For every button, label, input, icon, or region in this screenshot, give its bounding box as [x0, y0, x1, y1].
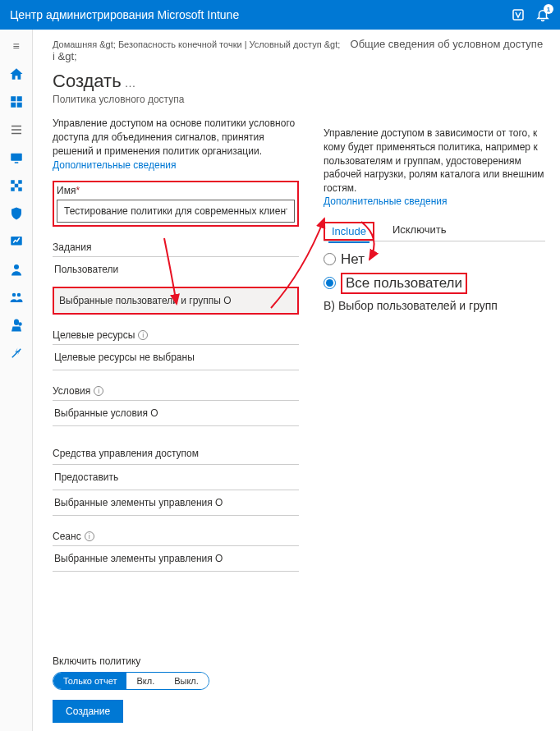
bell-icon[interactable]: 1 — [535, 7, 550, 22]
left-more-link[interactable]: Дополнительные сведения — [53, 159, 299, 171]
more-menu-icon[interactable]: … — [125, 76, 136, 90]
svg-rect-12 — [11, 187, 15, 191]
targets-value[interactable]: Целевые ресурсы не выбраны — [53, 344, 299, 370]
svg-rect-8 — [11, 154, 22, 161]
name-label: Имя* — [57, 185, 295, 196]
main-content: Домашняя &gt; Безопасность конечной точк… — [33, 30, 560, 731]
left-column: Создать … Политика условного доступа Упр… — [53, 71, 299, 639]
right-column: Управление доступом в зависимости от тог… — [324, 71, 545, 639]
users-header[interactable]: Пользователи — [53, 256, 299, 282]
svg-point-18 — [16, 293, 21, 297]
info-icon: i — [85, 531, 94, 541]
svg-rect-10 — [11, 180, 15, 184]
session-header[interactable]: Сеансi — [53, 531, 299, 542]
left-description: Управление доступом на основе политики у… — [53, 117, 299, 158]
sidebar-user-icon[interactable] — [7, 260, 26, 279]
page-title: Создать — [53, 71, 122, 92]
sidebar-home-icon[interactable] — [7, 64, 26, 84]
grant-header[interactable]: Предоставить — [53, 464, 299, 490]
svg-rect-9 — [14, 162, 18, 163]
right-more-link[interactable]: Дополнительные сведения — [324, 195, 545, 207]
info-icon: i — [94, 386, 103, 396]
access-controls-header: Средства управления доступом — [53, 448, 299, 459]
session-value[interactable]: Выбранные элементы управления O — [53, 545, 299, 572]
footer: Включить политику Только отчет Вкл. Выкл… — [53, 639, 545, 723]
copilot-icon[interactable] — [511, 7, 526, 22]
assignments-header: Задания — [53, 241, 299, 253]
toggle-on[interactable]: Вкл. — [126, 673, 164, 689]
sidebar-tenant-icon[interactable] — [7, 315, 26, 335]
svg-rect-1 — [11, 96, 16, 101]
right-description: Управление доступом в зависимости от тог… — [324, 126, 545, 195]
svg-point-17 — [11, 293, 16, 297]
breadcrumb-path1[interactable]: Безопасность конечной точки | Условный д… — [118, 39, 340, 49]
include-exclude-tabs: Include Исключить — [324, 218, 545, 241]
svg-rect-14 — [14, 184, 18, 188]
name-input[interactable] — [57, 200, 295, 223]
sidebar-apps-icon[interactable] — [7, 176, 26, 195]
sidebar-reports-icon[interactable] — [7, 232, 26, 251]
radio-all-users[interactable]: Все пользователи — [324, 273, 545, 294]
conditions-header[interactable]: Условияi — [53, 385, 299, 397]
sidebar-dashboard-icon[interactable] — [7, 92, 26, 112]
sidebar-list-icon[interactable] — [7, 120, 26, 140]
svg-rect-4 — [16, 103, 21, 108]
svg-point-19 — [18, 322, 22, 326]
info-icon: i — [138, 330, 148, 340]
svg-rect-3 — [11, 103, 16, 108]
sidebar-shield-icon[interactable] — [7, 204, 26, 223]
svg-point-16 — [14, 264, 19, 269]
sidebar: ≡ — [0, 30, 33, 731]
targets-header[interactable]: Целевые ресурсыi — [53, 329, 299, 341]
tab-exclude[interactable]: Исключить — [389, 218, 450, 241]
page-subtitle: Политика условного доступа — [53, 94, 299, 105]
hamburger-icon[interactable]: ≡ — [9, 36, 22, 56]
radio-none[interactable]: Нет — [324, 251, 545, 268]
notification-badge: 1 — [544, 4, 553, 14]
header-actions: 1 — [511, 7, 550, 22]
radio-select-users[interactable]: B) Выбор пользователей и групп — [324, 299, 545, 312]
create-button[interactable]: Создание — [53, 700, 123, 723]
toggle-off[interactable]: Выкл. — [164, 673, 209, 689]
tab-include[interactable]: Include — [328, 220, 370, 243]
svg-rect-2 — [16, 96, 21, 101]
breadcrumb: Домашняя &gt; Безопасность конечной точк… — [53, 38, 545, 62]
svg-rect-13 — [18, 187, 22, 191]
svg-rect-11 — [18, 180, 22, 184]
sidebar-groups-icon[interactable] — [7, 287, 26, 307]
enable-toggle: Только отчет Вкл. Выкл. — [53, 672, 209, 690]
user-scope-radios: Нет Все пользователи B) Выбор пользовате… — [324, 251, 545, 312]
enable-policy-label: Включить политику — [53, 655, 545, 667]
users-value[interactable]: Выбранные пользователи и группы O — [54, 288, 297, 313]
sidebar-devices-icon[interactable] — [7, 148, 26, 168]
app-title: Центр администрирования Microsoft Intune — [10, 8, 511, 21]
app-header: Центр администрирования Microsoft Intune… — [0, 0, 560, 30]
toggle-report-only[interactable]: Только отчет — [53, 673, 126, 689]
breadcrumb-home[interactable]: Домашняя &gt; — [53, 39, 116, 49]
sidebar-troubleshoot-icon[interactable] — [7, 343, 26, 363]
conditions-value[interactable]: Выбранные условия O — [53, 400, 299, 426]
grant-value[interactable]: Выбранные элементы управления O — [53, 490, 299, 516]
